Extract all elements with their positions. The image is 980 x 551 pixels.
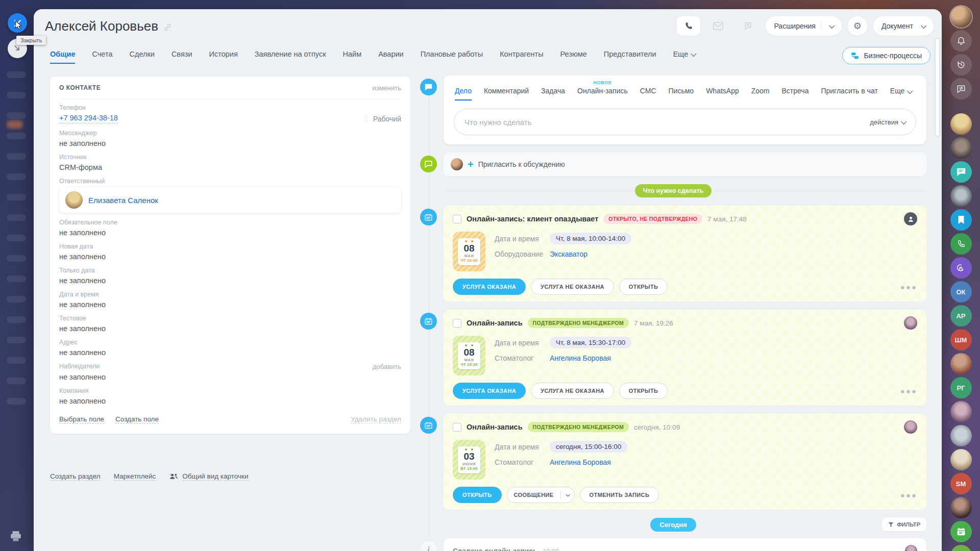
business-process-button[interactable]: Бизнес-процессы xyxy=(842,47,930,64)
card-row-link[interactable]: Ангелина Боровая xyxy=(550,458,611,466)
responsible-user-card[interactable]: Елизавета Саленок xyxy=(59,187,401,213)
delete-section-link[interactable]: Удалить раздел xyxy=(351,415,401,423)
notifications-button[interactable] xyxy=(950,30,972,52)
main-tab-label: Найм xyxy=(343,50,362,58)
dock-chat-avatar[interactable] xyxy=(950,113,972,135)
timeline-tab-5[interactable]: СМС xyxy=(640,87,656,101)
add-link[interactable]: добавить xyxy=(373,363,401,370)
timeline-tab-9[interactable]: Встреча xyxy=(782,87,809,101)
main-tab-12[interactable]: Представители xyxy=(604,50,656,64)
dock-chat-avatar[interactable] xyxy=(950,353,972,374)
main-tab-2[interactable]: Счета xyxy=(92,50,112,64)
scrollbar-thumb[interactable] xyxy=(936,39,939,136)
card-checkbox[interactable] xyxy=(453,215,461,223)
main-tab-13[interactable]: Еще xyxy=(673,50,696,64)
card-row-link[interactable]: Экскаватор xyxy=(550,250,587,258)
timeline-tab-2[interactable]: Комментарий xyxy=(484,87,529,101)
timeline-tab-7[interactable]: WhatsApp xyxy=(706,87,739,101)
select-field-link[interactable]: Выбрать поле xyxy=(59,415,104,423)
filter-button[interactable]: ФИЛЬТР xyxy=(882,518,926,531)
card-title: Онлайн-запись xyxy=(467,319,523,327)
timeline-tab-3[interactable]: Задача xyxy=(541,87,565,101)
dock-chat-avatar[interactable] xyxy=(950,521,972,542)
edit-link[interactable]: изменить xyxy=(372,84,401,92)
dock-chat-avatar[interactable]: РА xyxy=(950,545,972,551)
dock-chat-avatar[interactable] xyxy=(950,137,972,159)
call-button[interactable] xyxy=(677,16,700,36)
more-menu[interactable]: ●●● xyxy=(900,387,917,395)
more-menu[interactable]: ●●● xyxy=(900,283,917,291)
dock-chat-avatar[interactable]: АР xyxy=(950,305,972,327)
chat-annotation-button[interactable] xyxy=(736,16,760,36)
responsible-user-name[interactable]: Елизавета Саленок xyxy=(88,196,158,205)
extensions-button[interactable]: Расширения xyxy=(766,16,841,36)
card-button[interactable]: УСЛУГА НЕ ОКАЗАНА xyxy=(531,279,614,295)
main-tab-9[interactable]: Плановые работы xyxy=(421,50,483,64)
dock-chat-avatar[interactable] xyxy=(950,257,972,279)
card-button[interactable]: ОТКРЫТЬ xyxy=(453,487,502,503)
invite-to-discussion[interactable]: + Пригласить к обсуждению xyxy=(444,153,926,176)
card-checkbox[interactable] xyxy=(453,319,461,328)
history-button[interactable] xyxy=(950,54,972,76)
dock-chat-avatar[interactable] xyxy=(950,497,972,518)
dock-chat-avatar[interactable]: SM xyxy=(950,473,972,494)
timeline-tab-11[interactable]: Еще xyxy=(890,87,912,101)
create-field-link[interactable]: Создать поле xyxy=(115,415,159,423)
more-menu[interactable]: ●●● xyxy=(900,491,917,499)
marketplace-link[interactable]: Маркетплейс xyxy=(114,472,156,481)
main-tab-4[interactable]: Связи xyxy=(172,50,192,64)
card-button[interactable]: УСЛУГА НЕ ОКАЗАНА xyxy=(531,383,614,399)
timeline-tab-1[interactable]: Дело xyxy=(455,87,472,101)
dock-chat-avatar[interactable] xyxy=(950,209,972,231)
timeline-tab-label: Онлайн-запись xyxy=(577,87,628,95)
dock-chat-avatar[interactable]: ШМ xyxy=(950,329,972,350)
main-tab-label: Общие xyxy=(50,50,75,58)
main-tab-3[interactable]: Сделки xyxy=(129,50,154,64)
dock-chat-avatar[interactable] xyxy=(950,401,972,422)
main-tab-6[interactable]: Заявление на отпуск xyxy=(255,50,326,64)
actions-dropdown[interactable]: действия xyxy=(870,118,905,126)
dock-chat-avatar[interactable] xyxy=(950,185,972,207)
card-row-link[interactable]: Ангелина Боровая xyxy=(550,354,611,362)
card-button[interactable]: ОТКРЫТЬ xyxy=(619,279,668,295)
timeline-tab-8[interactable]: Zoom xyxy=(751,87,770,101)
main-tab-label: Заявление на отпуск xyxy=(255,50,326,58)
dock-chat-avatar[interactable]: РГ xyxy=(950,377,972,398)
card-button[interactable]: УСЛУГА ОКАЗАНА xyxy=(453,279,526,295)
field-label: Адрес xyxy=(59,339,78,346)
main-tab-7[interactable]: Найм xyxy=(343,50,362,64)
dock-current-user-avatar[interactable] xyxy=(950,6,972,28)
main-tab-1[interactable]: Общие xyxy=(50,50,75,64)
field-value: не заполнено xyxy=(59,277,401,285)
main-tab-8[interactable]: Аварии xyxy=(378,50,404,64)
dock-chat-avatar[interactable] xyxy=(950,449,972,470)
messenger-button[interactable] xyxy=(950,78,972,99)
timeline-tab-6[interactable]: Письмо xyxy=(669,87,694,101)
card-checkbox[interactable] xyxy=(453,423,461,432)
timeline-tab-10[interactable]: Пригласить в чат xyxy=(821,87,877,101)
card-button[interactable]: ОТКРЫТЬ xyxy=(619,383,668,399)
main-tab-10[interactable]: Контрагенты xyxy=(500,50,543,64)
card-view-link[interactable]: Общий вид карточки xyxy=(182,472,248,481)
create-section-link[interactable]: Создать раздел xyxy=(50,472,101,481)
card-button-split[interactable]: СООБЩЕНИЕ xyxy=(507,487,575,503)
dock-chat-avatar[interactable] xyxy=(950,161,972,183)
copy-link-icon[interactable] xyxy=(163,19,172,35)
settings-button[interactable]: ⚙ xyxy=(848,16,867,36)
printer-icon[interactable] xyxy=(9,531,22,545)
todo-input[interactable]: Что нужно сделать действия xyxy=(454,109,916,135)
dock-chat-avatar[interactable] xyxy=(950,425,972,446)
document-button[interactable]: Документ xyxy=(873,16,934,36)
main-tab-11[interactable]: Резюме xyxy=(560,50,587,64)
today-pill[interactable]: Сегодня xyxy=(650,518,696,532)
main-tab-5[interactable]: История xyxy=(209,50,238,64)
card-button[interactable]: УСЛУГА ОКАЗАНА xyxy=(453,383,526,399)
phone-link[interactable]: +7 963 294-38-18 xyxy=(59,114,118,123)
dock-chat-avatar[interactable]: ОК xyxy=(950,281,972,303)
email-button[interactable] xyxy=(706,16,730,36)
timeline-tab-4[interactable]: НОВОЕОнлайн-запись xyxy=(577,87,628,101)
card-button[interactable]: ОТМЕНИТЬ ЗАПИСЬ xyxy=(580,487,659,503)
dock-chat-avatar[interactable] xyxy=(950,233,972,255)
field-value: не заполнено xyxy=(59,139,401,147)
split-caret[interactable] xyxy=(561,493,574,496)
